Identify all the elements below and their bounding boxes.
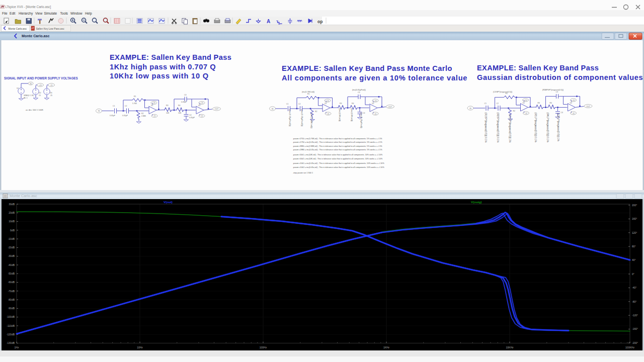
svg-text:-60dB: -60dB	[8, 281, 15, 284]
svg-text:{R3LP*{invgauss(0.5)}} 0.1%: {R3LP*{invgauss(0.5)}} 0.1%	[534, 113, 537, 142]
svg-text:Monte Carlo.asc: Monte Carlo.asc	[9, 27, 27, 30]
svg-text:-80°: -80°	[632, 300, 636, 303]
svg-text:10dB: 10dB	[9, 220, 15, 223]
svg-text:+15: +15	[39, 84, 42, 86]
svg-text:.param r1750 = mc(5.76K,tol) ;: .param r1750 = mc(5.76K,tol) ; This is t…	[293, 138, 382, 140]
svg-text:-110dB: -110dB	[7, 324, 15, 327]
svg-text:EXAMPLE: Sallen Key Band Pass: EXAMPLE: Sallen Key Band Pass	[110, 53, 231, 61]
svg-text:0.05μF: 0.05μF	[110, 115, 115, 117]
svg-text:.ac dec 100 1 100K: .ac dec 100 1 100K	[25, 109, 43, 111]
svg-text:-70dB: -70dB	[8, 290, 15, 293]
svg-text:-15: -15	[374, 113, 377, 115]
svg-text:-30dB: -30dB	[8, 254, 15, 257]
svg-text:R4: R4	[352, 103, 354, 105]
svg-text:10KHz: 10KHz	[506, 346, 514, 349]
svg-text:C1: C1	[485, 103, 487, 105]
svg-text:V3: V3	[50, 92, 52, 94]
svg-text:C1: C1	[286, 103, 288, 105]
svg-text:2.88K: 2.88K	[141, 115, 146, 117]
svg-text:40°: 40°	[632, 258, 636, 261]
svg-text:IN: IN	[272, 108, 274, 110]
svg-text:100Hz: 100Hz	[260, 346, 267, 349]
svg-text:SINE(0 1 1K): SINE(0 1 1K)	[24, 95, 34, 97]
svg-text:15: 15	[39, 95, 41, 97]
svg-text:+15: +15	[200, 102, 203, 104]
svg-text:IN: IN	[98, 110, 100, 112]
svg-text:.param c10k2 = mc(0.05u,tol) ;: .param c10k2 = mc(0.05u,tol) ; This is t…	[293, 166, 384, 168]
svg-text:-40dB: -40dB	[8, 263, 15, 266]
svg-text:.param r10k2 = mc(10K,tol) ; T: .param r10k2 = mc(10K,tol) ; This is tol…	[293, 158, 383, 160]
svg-text:Tools: Tools	[60, 12, 68, 15]
svg-text:10K: 10K	[178, 112, 182, 114]
svg-text:1Hz: 1Hz	[15, 346, 19, 349]
svg-text:IN: IN	[30, 83, 32, 85]
svg-text:C2: C2	[497, 103, 499, 105]
svg-text:Edit: Edit	[10, 12, 16, 15]
svg-text:R3: R3	[538, 102, 540, 104]
svg-text:{mc(0.05μF,tol)}: {mc(0.05μF,tol)}	[352, 89, 366, 91]
svg-text:{mc(0.05μF,tol2)}: {mc(0.05μF,tol2)}	[301, 110, 303, 127]
svg-text:.param r2880 = mc(2.88K,tol) ;: .param r2880 = mc(2.88K,tol) ; This is t…	[293, 145, 382, 147]
svg-text:R2: R2	[315, 111, 317, 113]
svg-text:V2: V2	[39, 92, 41, 94]
svg-text:100KHz: 100KHz	[625, 346, 634, 349]
svg-text:R2: R2	[141, 113, 143, 115]
svg-text:{R1BP*{invgauss(0.5)}} 0.1%: {R1BP*{invgauss(0.5)}} 0.1%	[485, 113, 487, 142]
svg-text:.param c2880 = mc(0.05u,tol) ;: .param c2880 = mc(0.05u,tol) ; This is t…	[293, 149, 382, 151]
svg-text:{mc(0.05μF,tol)}: {mc(0.05μF,tol)}	[360, 113, 363, 128]
svg-text:160°: 160°	[632, 217, 637, 220]
svg-text:U1: U1	[325, 103, 327, 105]
svg-text:{R5BPGF*{invgauss(0.5)}}: {R5BPGF*{invgauss(0.5)}}	[542, 89, 564, 91]
svg-text:Monte Carlo.asc: Monte Carlo.asc	[10, 194, 37, 198]
svg-text:V(outg): V(outg)	[471, 200, 482, 204]
svg-text:80°: 80°	[632, 245, 636, 248]
svg-text:10Hz: 10Hz	[137, 346, 143, 349]
svg-text:-90dB: -90dB	[8, 307, 15, 310]
svg-text:Sallen Key Low Pass.asc: Sallen Key Low Pass.asc	[36, 27, 65, 30]
svg-text:AC 1: AC 1	[24, 97, 28, 99]
svg-text:-15: -15	[327, 113, 330, 115]
svg-text:LTspice XVII - [Monte Carlo.as: LTspice XVII - [Monte Carlo.asc]	[6, 5, 51, 9]
svg-text:-15: -15	[201, 115, 203, 117]
svg-text:File: File	[2, 12, 8, 15]
svg-text:-40°: -40°	[632, 286, 636, 289]
svg-text:10Khz low pass with 10 Q: 10Khz low pass with 10 Q	[110, 72, 209, 80]
svg-text:SIGNAL INPUT AND POWER SUPPLY: SIGNAL INPUT AND POWER SUPPLY VOLTAGES	[4, 76, 78, 80]
svg-text:+15: +15	[152, 102, 155, 104]
svg-text:{C1BP*{invgauss(0.5)}} 1%: {C1BP*{invgauss(0.5)}} 1%	[509, 115, 511, 142]
svg-text:{C3 BP*{invgauss(0.5)}}: {C3 BP*{invgauss(0.5)}}	[493, 91, 513, 93]
svg-text:R1: R1	[307, 93, 309, 95]
svg-text:View: View	[35, 12, 42, 15]
svg-text:R4: R4	[178, 105, 180, 107]
svg-text:Window: Window	[70, 12, 83, 15]
svg-text:R3: R3	[166, 105, 168, 107]
svg-text:R2: R2	[513, 110, 515, 112]
svg-text:30dB: 30dB	[9, 203, 15, 206]
svg-text:{mc(10K,tol)}: {mc(10K,tol)}	[351, 109, 353, 122]
svg-text:Gaussian distrobution of compo: Gaussian distrobution of component value…	[477, 73, 643, 81]
svg-text:{mc(0.05μF,tol2)}: {mc(0.05μF,tol2)}	[289, 110, 291, 127]
svg-text:R1: R1	[134, 96, 136, 98]
svg-text:{R4LP*{invgauss(0.5)}} 0.1%: {R4LP*{invgauss(0.5)}} 0.1%	[546, 113, 549, 142]
svg-text:{mc(5.76K,tol)}: {mc(5.76K,tol)}	[302, 91, 315, 93]
svg-text:U2: U2	[570, 102, 572, 104]
svg-text:OUT: OUT	[215, 108, 219, 110]
svg-text:20dB: 20dB	[9, 211, 15, 214]
svg-text:-15: -15	[50, 84, 52, 86]
svg-text:U1: U1	[151, 105, 153, 107]
svg-text:C1: C1	[113, 105, 115, 107]
svg-text:U2: U2	[372, 103, 374, 105]
svg-text:-200°: -200°	[632, 341, 638, 344]
svg-text:0°: 0°	[632, 273, 634, 276]
svg-text:-15: -15	[525, 113, 527, 115]
svg-text:EXAMPLE: Sallen Key Band Pass: EXAMPLE: Sallen Key Band Pass	[477, 64, 599, 72]
svg-text:-120dB: -120dB	[7, 333, 15, 336]
svg-text:120°: 120°	[632, 231, 637, 234]
svg-text:5.76K: 5.76K	[132, 103, 137, 105]
svg-text:V(out): V(out)	[164, 200, 173, 204]
svg-text:Hierarchy: Hierarchy	[19, 12, 33, 16]
svg-text:C4: C4	[363, 112, 365, 114]
svg-text:op: op	[317, 19, 323, 24]
svg-text:C3: C3	[556, 91, 558, 93]
svg-text:-15: -15	[572, 113, 575, 115]
